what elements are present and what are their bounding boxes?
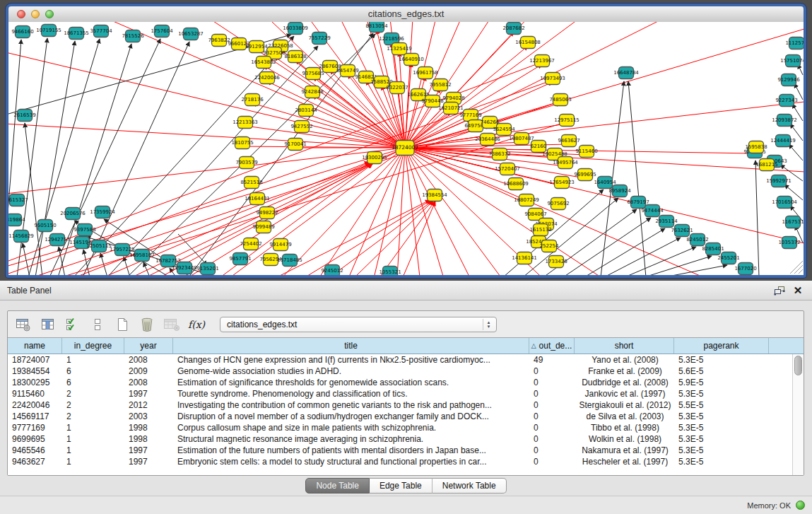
network-node[interactable]: 17359924 (90, 206, 115, 218)
delete-table-button[interactable] (163, 316, 180, 333)
memory-ok-icon[interactable] (796, 501, 805, 510)
network-node[interactable]: 15751074 (780, 55, 804, 67)
network-node[interactable]: 15992971 (766, 175, 792, 187)
network-node[interactable]: 16033809 (283, 23, 308, 35)
network-node[interactable]: 9245012 (321, 265, 343, 276)
column-header-name[interactable]: name (8, 338, 62, 354)
network-node[interactable]: 18724007 (392, 141, 418, 156)
network-node[interactable]: 10973493 (540, 73, 565, 85)
network-node[interactable]: 2455201 (717, 252, 739, 264)
delete-trash-button[interactable] (139, 316, 155, 333)
network-node[interactable]: 7254402 (240, 238, 261, 250)
network-node[interactable]: 8285401 (702, 243, 724, 255)
network-node[interactable]: 9857791 (229, 253, 251, 265)
function-builder-button[interactable]: f(x) (188, 316, 205, 333)
network-node[interactable]: 12213967 (529, 55, 555, 67)
network-node[interactable]: 18671355 (64, 28, 89, 40)
table-row[interactable]: 2242004622012Investigating the contribut… (8, 399, 793, 411)
column-header-year[interactable]: year (124, 338, 173, 354)
network-node[interactable]: 7956294 (259, 254, 282, 266)
network-node[interactable]: 20206576 (60, 208, 86, 220)
network-node[interactable]: 17654923 (549, 177, 575, 189)
network-node[interactable]: 8186328 (284, 51, 306, 63)
network-node[interactable]: 10719155 (36, 25, 61, 37)
select-all-button[interactable] (64, 316, 81, 333)
tab-edge-table[interactable]: Edge Table (370, 478, 433, 493)
network-node[interactable]: 7955812 (429, 79, 451, 91)
network-node[interactable]: 12942757 (45, 234, 70, 246)
table-row[interactable]: 946362711997Embryonic stem cells: a mode… (8, 456, 793, 467)
column-header-short[interactable]: short (575, 338, 674, 354)
network-node[interactable]: 19384554 (422, 189, 447, 201)
column-header-in_degree[interactable]: in_degree (62, 338, 124, 354)
network-node[interactable]: 2718176 (241, 94, 264, 106)
network-node[interactable]: 17016504 (772, 197, 797, 209)
network-node[interactable]: 1757604 (151, 25, 173, 37)
network-node[interactable]: 8521518 (240, 177, 262, 189)
network-node[interactable]: 9170041 (284, 139, 306, 151)
table-settings-button[interactable] (15, 316, 32, 333)
network-node[interactable]: 12444419 (770, 135, 796, 147)
network-node[interactable]: 8245012 (686, 234, 708, 246)
network-node[interactable]: 9129946 (777, 74, 800, 86)
network-node[interactable]: 9427552 (290, 121, 312, 133)
network-node[interactable]: 7815526 (122, 30, 144, 42)
table-row[interactable]: 911546021997Tourette syndrome. Phenomeno… (8, 388, 793, 399)
network-node[interactable]: 10653287 (178, 28, 204, 40)
network-node[interactable]: 12213363 (233, 117, 258, 129)
network-node[interactable]: 2935114 (655, 216, 678, 228)
network-node[interactable]: 9914479 (269, 239, 291, 251)
column-header-title[interactable]: title (173, 338, 529, 354)
network-node[interactable]: 1677020 (734, 263, 756, 275)
network-node[interactable]: 252254 (540, 240, 559, 252)
table-row[interactable]: 946554611997Estimation of the future num… (8, 445, 793, 456)
table-row[interactable]: 1456911722003Disruption of a novel membe… (8, 411, 793, 422)
network-node[interactable]: 7386372 (488, 148, 510, 160)
network-node[interactable]: 16154808 (515, 37, 541, 49)
network-node[interactable]: 12093872 (772, 115, 797, 127)
network-node[interactable]: 14136141 (512, 252, 537, 264)
network-node[interactable]: 11456829 (8, 230, 34, 243)
column-header-out_de[interactable]: △out_de... (529, 338, 575, 354)
minimize-window-button[interactable] (31, 10, 40, 18)
close-window-button[interactable] (17, 10, 25, 18)
network-node[interactable]: 7963822 (208, 35, 230, 47)
table-row[interactable]: 969969511998Structural magnetic resonanc… (8, 433, 793, 445)
float-panel-icon[interactable] (772, 284, 787, 297)
network-node[interactable]: 9699695 (574, 169, 596, 181)
network-node[interactable]: 9075692 (547, 198, 569, 210)
network-node[interactable]: 9397588 (73, 224, 95, 236)
table-row[interactable]: 977716911998Corpus callosum shape and si… (8, 422, 793, 433)
scrollbar-thumb[interactable] (794, 356, 802, 375)
network-node[interactable]: 9505150 (34, 220, 56, 232)
table-chooser-select[interactable]: citations_edges.txt ▲▼ (220, 317, 497, 332)
network-node[interactable]: 18300295 (362, 152, 387, 164)
table-row[interactable]: 1830029562008Estimation of significance … (8, 377, 793, 388)
tab-node-table[interactable]: Node Table (305, 478, 370, 493)
table-row[interactable]: 1872400712008Changes of HCN gene express… (8, 354, 793, 366)
close-panel-icon[interactable]: ✕ (791, 284, 805, 297)
network-canvas[interactable]: 9466160107191551867135535777047815526175… (8, 22, 804, 275)
tab-network-table[interactable]: Network Table (433, 478, 507, 493)
network-node[interactable]: 1112570 (785, 37, 804, 49)
network-node[interactable]: 15720407 (495, 163, 520, 175)
network-node[interactable]: 1035372 (778, 237, 800, 249)
network-window-titlebar[interactable]: citations_edges.txt (8, 6, 804, 23)
network-node[interactable]: 1319864 (8, 214, 25, 226)
deselect-all-button[interactable] (89, 316, 106, 333)
new-document-button[interactable] (114, 316, 131, 333)
zoom-window-button[interactable] (45, 10, 54, 18)
network-node[interactable]: 9135201 (196, 263, 218, 275)
network-node[interactable]: 9463627 (558, 135, 579, 147)
network-node[interactable]: 3615327 (8, 194, 28, 206)
network-node[interactable]: 22420046 (254, 72, 280, 84)
vertical-scrollbar[interactable] (792, 354, 804, 475)
resize-grip-icon[interactable] (790, 261, 803, 274)
network-node[interactable]: 8813054 (365, 22, 388, 33)
network-node[interactable]: 9099489 (252, 221, 274, 233)
network-node[interactable]: 7632621 (671, 225, 693, 237)
network-graph[interactable]: 9466160107191551867135535777047815526175… (8, 22, 804, 275)
network-node[interactable]: 3577704 (90, 25, 112, 37)
network-node[interactable]: 1733426 (545, 256, 567, 268)
network-node[interactable]: 10688609 (503, 178, 529, 190)
